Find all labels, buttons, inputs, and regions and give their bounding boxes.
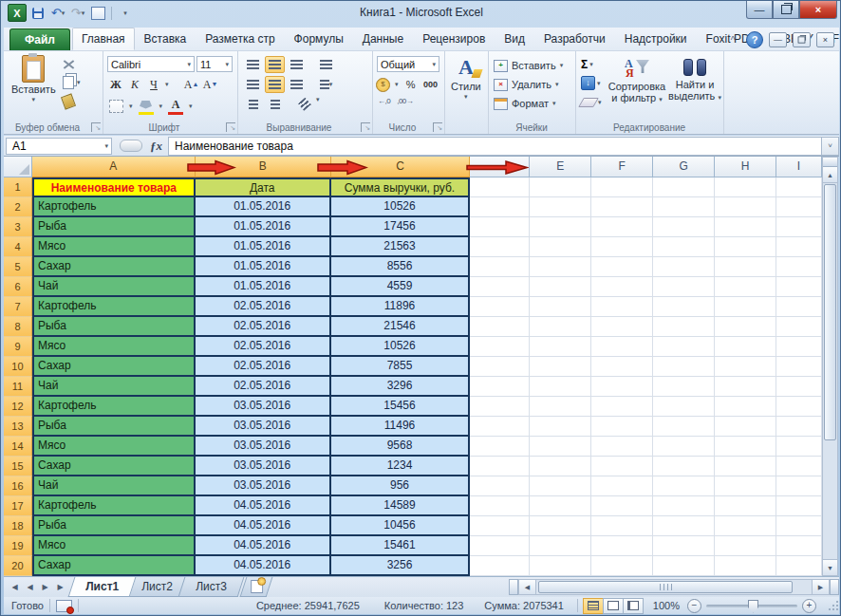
tab-split-handle[interactable]	[509, 579, 518, 595]
cell[interactable]: 02.05.2016	[196, 317, 331, 337]
row-header-19[interactable]: 19	[4, 536, 32, 556]
cell[interactable]	[776, 257, 822, 277]
cell[interactable]	[591, 297, 653, 317]
cell[interactable]	[653, 457, 715, 476]
normal-view-button[interactable]	[583, 598, 604, 614]
cell[interactable]	[591, 317, 653, 337]
cell[interactable]: 7855	[331, 357, 471, 377]
cell[interactable]	[715, 177, 776, 197]
cell[interactable]: 4559	[331, 277, 471, 297]
cell[interactable]	[653, 237, 715, 257]
cell[interactable]	[470, 397, 530, 417]
merge-center-button[interactable]: ▾	[316, 76, 336, 93]
cell[interactable]: 02.05.2016	[196, 297, 331, 317]
cell[interactable]	[715, 377, 776, 397]
cell[interactable]	[653, 277, 715, 297]
cell[interactable]: 01.05.2016	[196, 277, 331, 297]
align-right-button[interactable]	[287, 76, 307, 93]
orientation-button[interactable]	[291, 91, 318, 117]
cell[interactable]: 1234	[331, 457, 471, 476]
cell[interactable]	[530, 457, 591, 476]
row-header-1[interactable]: 1	[4, 177, 32, 197]
clear-button[interactable]: ▾	[581, 94, 602, 110]
ribbon-tab-8[interactable]: Разработчи	[534, 28, 615, 50]
workbook-restore-button[interactable]	[793, 32, 811, 47]
cell[interactable]	[470, 197, 530, 217]
grow-font-button[interactable]: А▲	[184, 77, 199, 92]
decrease-indent-button[interactable]	[243, 96, 263, 113]
zoom-level[interactable]: 100%	[653, 600, 680, 611]
cell[interactable]	[530, 397, 591, 417]
help-button[interactable]: ?	[746, 31, 763, 48]
cell[interactable]	[470, 516, 530, 536]
cell[interactable]	[530, 536, 591, 556]
column-header-G[interactable]: G	[653, 157, 715, 177]
insert-worksheet-button[interactable]	[239, 577, 272, 597]
scroll-up-button[interactable]: ▲	[823, 167, 837, 183]
cell[interactable]: 3256	[331, 556, 471, 576]
cell[interactable]: Мясо	[32, 337, 196, 357]
row-header-9[interactable]: 9	[4, 337, 32, 357]
cell[interactable]: Рыба	[32, 217, 196, 237]
cell[interactable]: Рыба	[32, 516, 196, 536]
cell[interactable]	[530, 496, 591, 516]
next-sheet-button[interactable]: ▶	[38, 580, 52, 595]
cell[interactable]	[653, 397, 715, 417]
cell[interactable]	[591, 417, 653, 437]
cell[interactable]	[776, 177, 822, 197]
cell[interactable]: Картофель	[32, 297, 196, 317]
cell[interactable]	[530, 556, 591, 576]
fill-button[interactable]: ↓▾	[581, 75, 602, 91]
cell[interactable]: Мясо	[32, 237, 196, 257]
cell[interactable]	[715, 397, 776, 417]
horizontal-scroll-thumb[interactable]	[538, 581, 793, 593]
cell[interactable]	[776, 337, 822, 357]
delete-cells-button[interactable]: ×Удалить▾	[494, 76, 563, 93]
cell[interactable]	[530, 417, 591, 437]
cell[interactable]: Сахар	[32, 357, 196, 377]
cell[interactable]	[470, 257, 530, 277]
first-sheet-button[interactable]: ◀	[8, 580, 22, 595]
cell[interactable]	[470, 476, 530, 496]
row-header-4[interactable]: 4	[4, 237, 32, 257]
column-header-F[interactable]: F	[591, 157, 653, 177]
cell[interactable]	[715, 257, 776, 277]
cell[interactable]: Картофель	[32, 397, 196, 417]
cell[interactable]	[470, 237, 530, 257]
accounting-format-button[interactable]: $	[376, 78, 390, 92]
cell[interactable]: 02.05.2016	[196, 377, 331, 397]
ribbon-tab-6[interactable]: Рецензиров	[413, 28, 495, 50]
sheet-tab-list3[interactable]: Лист3	[178, 577, 244, 597]
cell[interactable]	[530, 476, 591, 496]
row-header-18[interactable]: 18	[4, 516, 32, 536]
font-size-combo[interactable]: 11▾	[196, 56, 233, 72]
cell[interactable]	[530, 177, 591, 197]
align-bottom-button[interactable]	[287, 56, 307, 73]
cell-a1[interactable]: Наименование товара	[32, 177, 196, 197]
cell[interactable]: 21546	[331, 317, 471, 337]
cell[interactable]	[715, 556, 776, 576]
percent-style-button[interactable]: %	[403, 77, 419, 92]
formula-bar-handle[interactable]	[120, 140, 142, 152]
cell[interactable]: 04.05.2016	[196, 516, 331, 536]
font-name-combo[interactable]: Calibri▾	[107, 56, 195, 72]
cell[interactable]	[591, 237, 653, 257]
zoom-in-button[interactable]: +	[802, 599, 816, 613]
cell[interactable]	[653, 377, 715, 397]
cell[interactable]: 01.05.2016	[196, 237, 331, 257]
row-header-15[interactable]: 15	[4, 457, 32, 476]
cell[interactable]	[470, 437, 530, 457]
cell[interactable]	[470, 377, 530, 397]
cell[interactable]: 04.05.2016	[196, 536, 331, 556]
ribbon-tab-7[interactable]: Вид	[495, 28, 534, 50]
cell[interactable]: 03.05.2016	[196, 457, 331, 476]
cell[interactable]: 15456	[331, 397, 471, 417]
cell[interactable]	[470, 357, 530, 377]
vertical-scroll-thumb[interactable]	[824, 184, 836, 440]
decrease-decimal-button[interactable]: ,00→	[397, 97, 413, 105]
ribbon-tab-4[interactable]: Формулы	[285, 28, 353, 50]
cell[interactable]	[530, 357, 591, 377]
autosum-button[interactable]: Σ▾	[581, 56, 602, 72]
cell[interactable]: 04.05.2016	[196, 556, 331, 576]
sort-filter-button[interactable]: АЯ Сортировкаи фильтр ▾	[607, 57, 666, 105]
